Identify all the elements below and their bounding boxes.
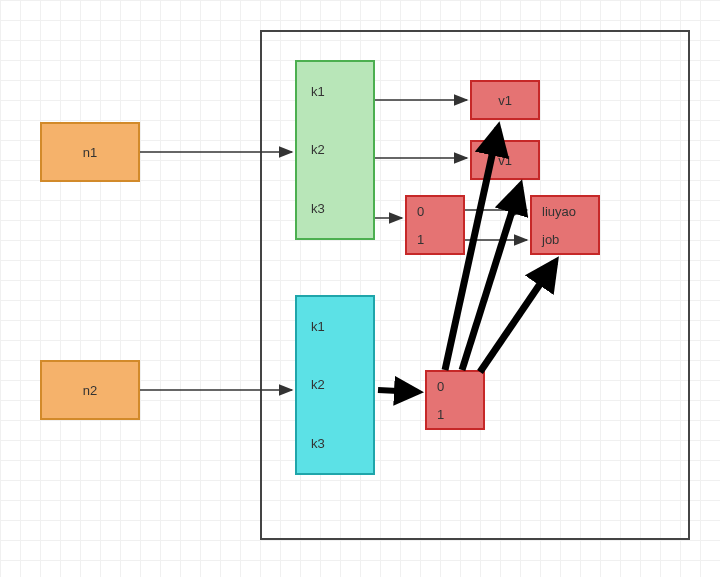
cyan-k1: k1 (311, 319, 325, 334)
node-n1: n1 (40, 122, 140, 182)
red-small-top: 0 1 (405, 195, 465, 255)
red-small-bottom-a: 0 (437, 379, 444, 394)
cyan-klist: k1 k2 k3 (295, 295, 375, 475)
red-small-top-a: 0 (417, 204, 424, 219)
cyan-k2: k2 (311, 377, 325, 392)
red-v1-second-label: v1 (498, 153, 512, 168)
red-small-bottom-b: 1 (437, 407, 444, 422)
red-small-bottom: 0 1 (425, 370, 485, 430)
red-v1-second: v1 (470, 140, 540, 180)
node-n1-label: n1 (83, 145, 97, 160)
red-liuyao-a: liuyao (542, 204, 576, 219)
green-klist: k1 k2 k3 (295, 60, 375, 240)
node-n2-label: n2 (83, 383, 97, 398)
green-k1: k1 (311, 84, 325, 99)
red-v1-top: v1 (470, 80, 540, 120)
red-small-top-b: 1 (417, 232, 424, 247)
cyan-k3: k3 (311, 436, 325, 451)
red-liuyao: liuyao job (530, 195, 600, 255)
red-liuyao-b: job (542, 232, 559, 247)
node-n2: n2 (40, 360, 140, 420)
green-k3: k3 (311, 201, 325, 216)
green-k2: k2 (311, 142, 325, 157)
red-v1-top-label: v1 (498, 93, 512, 108)
